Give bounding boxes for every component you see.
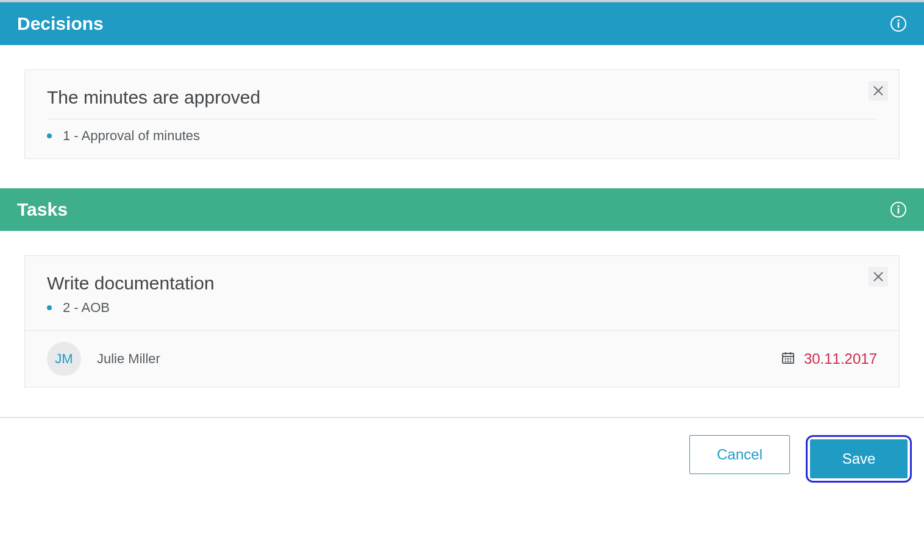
svg-point-19 — [790, 361, 791, 362]
tasks-card-area: Write documentation 2 - AOB JM Julie Mil… — [0, 231, 924, 417]
decisions-card-area: The minutes are approved 1 - Approval of… — [0, 45, 924, 188]
bullet-icon — [47, 133, 52, 138]
svg-point-6 — [897, 205, 899, 207]
save-highlight-ring: Save — [806, 435, 912, 483]
task-card: Write documentation 2 - AOB JM Julie Mil… — [24, 255, 900, 388]
assignee-name: Julie Miller — [97, 351, 160, 367]
avatar: JM — [47, 342, 81, 376]
decision-card: The minutes are approved 1 - Approval of… — [24, 69, 900, 159]
divider — [47, 119, 877, 119]
task-item: 2 - AOB — [47, 300, 877, 316]
save-button[interactable]: Save — [810, 439, 908, 478]
svg-point-14 — [785, 358, 786, 360]
info-icon[interactable] — [890, 15, 907, 32]
tasks-section-header: Tasks — [0, 188, 924, 231]
svg-point-18 — [787, 361, 789, 362]
bullet-icon — [47, 305, 52, 310]
svg-point-16 — [790, 358, 791, 360]
calendar-icon — [781, 350, 795, 367]
svg-point-1 — [897, 19, 899, 21]
tasks-section-title: Tasks — [17, 199, 68, 220]
close-icon[interactable] — [869, 267, 888, 286]
info-icon[interactable] — [890, 201, 907, 218]
task-card-title: Write documentation — [47, 273, 877, 294]
cancel-button[interactable]: Cancel — [689, 435, 790, 474]
task-assignee-row: JM Julie Miller 30.11.2017 — [25, 330, 899, 387]
decisions-section-header: Decisions — [0, 2, 924, 45]
svg-rect-7 — [898, 208, 900, 214]
close-icon[interactable] — [869, 81, 888, 101]
task-item-label: 2 - AOB — [63, 300, 110, 316]
footer-actions: Cancel Save — [0, 418, 924, 500]
decision-card-title: The minutes are approved — [47, 87, 877, 108]
decisions-section-title: Decisions — [17, 13, 104, 34]
due-date: 30.11.2017 — [804, 350, 877, 367]
svg-point-17 — [785, 361, 786, 362]
decision-item: 1 - Approval of minutes — [47, 128, 877, 144]
svg-point-15 — [787, 358, 789, 360]
due-date-wrap: 30.11.2017 — [781, 350, 877, 367]
svg-rect-2 — [898, 23, 900, 28]
decision-item-label: 1 - Approval of minutes — [63, 128, 200, 144]
